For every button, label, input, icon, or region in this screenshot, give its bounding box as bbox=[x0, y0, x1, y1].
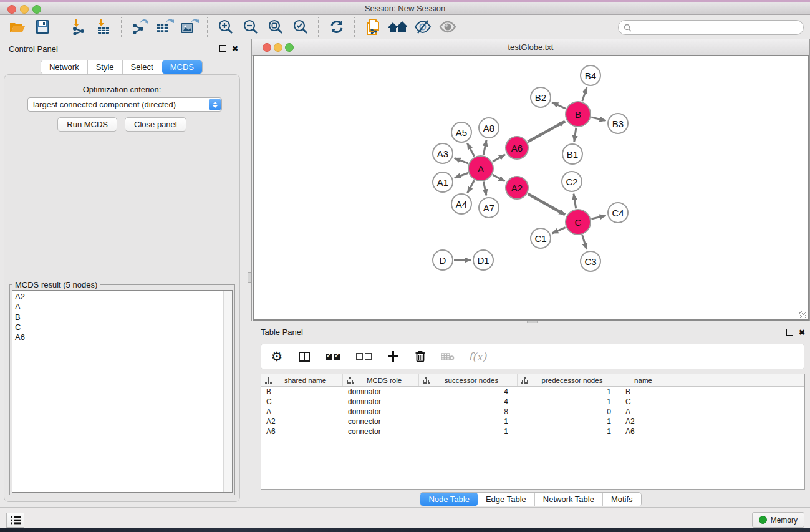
mcds-result-list[interactable]: A2ABCA6 bbox=[12, 290, 233, 493]
mcds-result-item[interactable]: C bbox=[15, 322, 222, 332]
export-table-button[interactable] bbox=[154, 17, 175, 37]
graph-node-A5[interactable]: A5 bbox=[451, 122, 472, 143]
table-row[interactable]: A6connector11A6 bbox=[261, 427, 804, 437]
column-header-shared-name[interactable]: shared name bbox=[261, 374, 343, 386]
graph-node-B2[interactable]: B2 bbox=[530, 87, 551, 108]
float-table-panel-icon[interactable] bbox=[786, 329, 793, 336]
table-cell[interactable]: 4 bbox=[419, 397, 518, 406]
table-cell[interactable]: 1 bbox=[518, 387, 620, 396]
close-table-panel-icon[interactable]: ✖ bbox=[799, 329, 805, 336]
clone-network-button[interactable] bbox=[362, 17, 383, 37]
table-row[interactable]: Cdominator41C bbox=[261, 397, 804, 407]
zoom-fit-button[interactable] bbox=[265, 17, 286, 37]
search-field[interactable] bbox=[618, 20, 804, 35]
zoom-out-button[interactable] bbox=[240, 17, 261, 37]
table-settings-button[interactable]: ⚙ bbox=[270, 349, 284, 364]
column-header-predecessor-nodes[interactable]: predecessor nodes bbox=[518, 374, 620, 386]
table-cell[interactable]: dominator bbox=[343, 387, 419, 396]
window-resize-grip[interactable] bbox=[799, 311, 806, 318]
save-session-button[interactable] bbox=[32, 17, 53, 37]
column-header-mcds-role[interactable]: MCDS role bbox=[343, 374, 419, 386]
graph-node-B[interactable]: B bbox=[565, 101, 591, 127]
graph-node-C[interactable]: C bbox=[565, 209, 591, 235]
table-cell[interactable]: dominator bbox=[343, 407, 419, 416]
table-cell[interactable]: connector bbox=[343, 417, 419, 426]
import-table-button[interactable] bbox=[93, 17, 114, 37]
graphics-details-button[interactable] bbox=[412, 17, 433, 37]
select-all-button[interactable] bbox=[325, 349, 341, 364]
tab-network-table[interactable]: Network Table bbox=[535, 493, 603, 506]
deselect-all-button[interactable] bbox=[355, 349, 372, 364]
graph-node-A2[interactable]: A2 bbox=[505, 176, 529, 200]
node-table[interactable]: shared nameMCDS rolesuccessor nodesprede… bbox=[261, 374, 805, 490]
task-history-button[interactable] bbox=[6, 513, 24, 528]
table-cell[interactable]: C bbox=[620, 397, 670, 406]
home-button[interactable] bbox=[387, 17, 408, 37]
graph-node-B1[interactable]: B1 bbox=[562, 143, 583, 165]
table-cell[interactable]: 1 bbox=[419, 417, 518, 426]
table-cell[interactable]: A2 bbox=[620, 417, 670, 426]
list-scrollbar[interactable] bbox=[223, 291, 232, 492]
table-cell[interactable]: 1 bbox=[518, 427, 620, 436]
close-panel-button[interactable]: Close panel bbox=[125, 117, 186, 132]
mcds-result-item[interactable]: A bbox=[15, 302, 222, 312]
table-cell[interactable]: dominator bbox=[343, 397, 419, 406]
graph-node-A8[interactable]: A8 bbox=[478, 117, 499, 138]
graph-node-C3[interactable]: C3 bbox=[580, 251, 601, 272]
export-network-button[interactable] bbox=[129, 17, 150, 37]
graph-node-C2[interactable]: C2 bbox=[561, 171, 582, 192]
tab-select[interactable]: Select bbox=[123, 60, 162, 74]
table-cell[interactable]: A bbox=[261, 407, 343, 416]
table-cell[interactable]: 4 bbox=[419, 387, 518, 396]
table-cell[interactable]: B bbox=[261, 387, 343, 396]
table-cell[interactable]: A bbox=[620, 407, 670, 416]
import-network-button[interactable] bbox=[68, 17, 89, 37]
table-row[interactable]: A2connector11A2 bbox=[261, 417, 804, 427]
network-canvas[interactable]: B4B2BB3A8A5A6A3B1AC2A1A2A4A7C4CC1C3DD1 bbox=[253, 55, 809, 321]
graph-node-D1[interactable]: D1 bbox=[473, 249, 494, 271]
table-cell[interactable]: 0 bbox=[518, 407, 620, 416]
mcds-result-item[interactable]: A2 bbox=[15, 292, 222, 302]
graph-node-C4[interactable]: C4 bbox=[607, 202, 629, 223]
memory-button[interactable]: Memory bbox=[752, 512, 804, 528]
function-builder-button[interactable]: f(x) bbox=[468, 349, 486, 364]
table-cell[interactable]: 8 bbox=[419, 407, 518, 416]
tab-motifs[interactable]: Motifs bbox=[603, 493, 641, 506]
table-cell[interactable]: 1 bbox=[518, 397, 620, 406]
graph-node-D[interactable]: D bbox=[432, 249, 453, 271]
graph-node-B4[interactable]: B4 bbox=[580, 65, 601, 86]
table-row[interactable]: Bdominator41B bbox=[261, 387, 804, 397]
delete-column-button[interactable] bbox=[413, 349, 427, 364]
table-cell[interactable]: A6 bbox=[620, 427, 670, 436]
run-mcds-button[interactable]: Run MCDS bbox=[57, 117, 117, 132]
graph-node-A3[interactable]: A3 bbox=[432, 143, 453, 164]
table-cell[interactable]: 1 bbox=[518, 417, 620, 426]
graph-node-A6[interactable]: A6 bbox=[505, 136, 529, 160]
zoom-selected-button[interactable] bbox=[290, 17, 311, 37]
tab-network[interactable]: Network bbox=[41, 60, 88, 74]
criterion-dropdown[interactable]: largest connected component (directed) bbox=[27, 97, 222, 112]
search-input[interactable] bbox=[634, 22, 803, 32]
table-cell[interactable]: A6 bbox=[261, 427, 343, 436]
open-session-button[interactable] bbox=[7, 17, 28, 37]
create-column-button[interactable] bbox=[386, 349, 400, 364]
close-panel-icon[interactable]: ✖ bbox=[232, 46, 238, 52]
zoom-in-button[interactable] bbox=[215, 17, 236, 37]
tab-node-table[interactable]: Node Table bbox=[420, 493, 478, 506]
mcds-result-item[interactable]: A6 bbox=[15, 332, 222, 342]
tab-mcds[interactable]: MCDS bbox=[162, 60, 202, 74]
refresh-button[interactable] bbox=[326, 17, 347, 37]
birds-eye-view-button[interactable] bbox=[437, 17, 458, 37]
table-row[interactable]: Adominator80A bbox=[261, 407, 804, 417]
show-columns-button[interactable] bbox=[297, 349, 311, 364]
column-header-name[interactable]: name bbox=[620, 374, 670, 386]
tab-edge-table[interactable]: Edge Table bbox=[478, 493, 535, 506]
tab-style[interactable]: Style bbox=[88, 60, 123, 74]
table-cell[interactable]: A2 bbox=[261, 417, 343, 426]
table-cell[interactable]: B bbox=[620, 387, 670, 396]
float-panel-icon[interactable] bbox=[219, 45, 226, 52]
mcds-result-item[interactable]: B bbox=[15, 312, 222, 322]
graph-node-A[interactable]: A bbox=[468, 155, 494, 181]
export-image-button[interactable] bbox=[179, 17, 200, 37]
graph-node-C1[interactable]: C1 bbox=[530, 228, 551, 249]
